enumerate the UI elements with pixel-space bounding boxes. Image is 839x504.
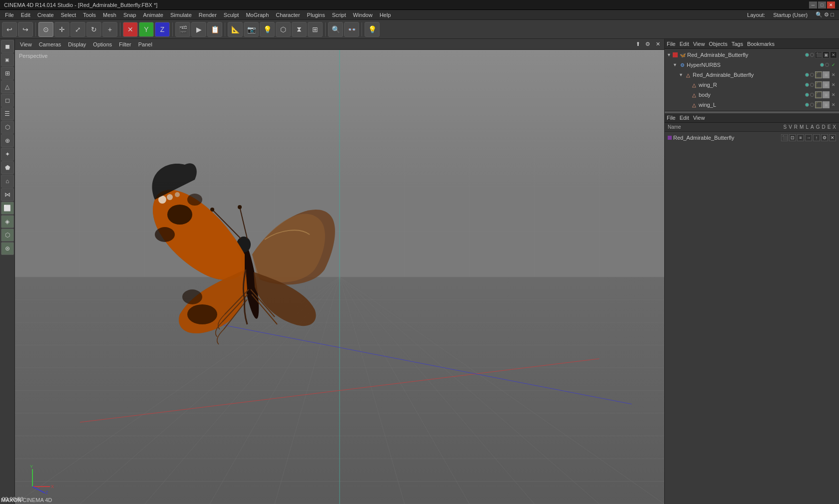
tool-11[interactable]: ⌂ bbox=[1, 175, 14, 188]
tool-7[interactable]: ⬡ bbox=[1, 121, 14, 134]
obj-wing-r-x[interactable]: ✕ bbox=[830, 81, 837, 88]
obj-dot-vis6[interactable] bbox=[805, 103, 809, 107]
obj-row-hypernurbs[interactable]: ▼ ⚙ HyperNURBS ✓ bbox=[665, 60, 839, 70]
obj-edit[interactable]: Edit bbox=[680, 41, 689, 47]
obj-tex-icon2[interactable]: ▣ bbox=[823, 71, 830, 78]
tool-12[interactable]: ⋈ bbox=[1, 188, 14, 201]
tool-10[interactable]: ⬟ bbox=[1, 161, 14, 174]
menu-tools[interactable]: Tools bbox=[80, 11, 99, 19]
menu-plugins[interactable]: Plugins bbox=[304, 11, 328, 19]
material-button[interactable]: ⬡ bbox=[276, 22, 291, 37]
menu-character[interactable]: Character bbox=[273, 11, 303, 19]
undo-button[interactable]: ↩ bbox=[2, 22, 17, 37]
obj-row-root[interactable]: ▼ 🦋 Red_Admirable_Butterfly ⬛ ▣ ✕ bbox=[665, 50, 839, 60]
vp-panel-menu[interactable]: Panel bbox=[135, 41, 155, 48]
menu-help[interactable]: Help bbox=[377, 11, 394, 19]
menu-window[interactable]: Window bbox=[350, 11, 376, 19]
obj-dot-vis4[interactable] bbox=[805, 83, 809, 87]
attr-ctrl-2[interactable]: ⊡ bbox=[789, 134, 796, 141]
tool-6[interactable]: ☰ bbox=[1, 107, 14, 120]
obj-dot-22[interactable] bbox=[825, 63, 829, 67]
live-select-button[interactable]: ⊙ bbox=[38, 22, 53, 37]
tool-9[interactable]: ✦ bbox=[1, 148, 14, 161]
menu-snap[interactable]: Snap bbox=[120, 11, 139, 19]
add-button[interactable]: + bbox=[102, 22, 117, 37]
obj-dot-42[interactable] bbox=[810, 83, 814, 87]
light-button[interactable]: 💡 bbox=[260, 22, 275, 37]
vp-config-icon[interactable]: ⚙ bbox=[643, 40, 652, 49]
obj-body-tex1[interactable]: ⬛ bbox=[815, 91, 822, 98]
menu-file[interactable]: File bbox=[2, 11, 17, 19]
maximize-button[interactable]: □ bbox=[818, 1, 826, 8]
obj-wing-l-tex1[interactable]: ⬛ bbox=[815, 101, 822, 108]
z-axis-button[interactable]: Z bbox=[155, 22, 170, 37]
obj-tags[interactable]: Tags bbox=[732, 41, 743, 47]
obj-dot-vis2[interactable] bbox=[820, 63, 824, 67]
obj-wing-r-tex1[interactable]: ⬛ bbox=[815, 81, 822, 88]
tool-15[interactable]: ⬡ bbox=[1, 229, 14, 242]
minimize-button[interactable]: ─ bbox=[809, 1, 817, 8]
array-button[interactable]: ⊞ bbox=[308, 22, 323, 37]
tool-8[interactable]: ⊕ bbox=[1, 134, 14, 147]
menu-create[interactable]: Create bbox=[34, 11, 57, 19]
obj-body-x[interactable]: ✕ bbox=[830, 91, 837, 98]
deformer-button[interactable]: ⧗ bbox=[292, 22, 307, 37]
obj-dot-vis5[interactable] bbox=[805, 93, 809, 97]
obj-dot-vis3[interactable] bbox=[805, 73, 809, 77]
obj-bookmarks[interactable]: Bookmarks bbox=[747, 41, 775, 47]
render-button[interactable]: ▶ bbox=[191, 22, 206, 37]
vp-close-icon[interactable]: ✕ bbox=[653, 40, 662, 49]
menu-select[interactable]: Select bbox=[58, 11, 79, 19]
tool-5[interactable]: ◻ bbox=[1, 94, 14, 107]
render-queue-button[interactable]: 📋 bbox=[207, 22, 222, 37]
display-button[interactable]: 🔍 bbox=[328, 22, 343, 37]
menu-simulate[interactable]: Simulate bbox=[167, 11, 195, 19]
tool-14[interactable]: ◈ bbox=[1, 215, 14, 228]
rotate-button[interactable]: ↻ bbox=[86, 22, 101, 37]
attr-ctrl-3[interactable]: ≡ bbox=[797, 134, 804, 141]
attr-ctrl-x[interactable]: ✕ bbox=[829, 134, 836, 141]
move-button[interactable]: ✛ bbox=[54, 22, 69, 37]
obj-row-butterfly-child[interactable]: ▼ △ Red_Admirable_Butterfly ⬛ ▣ ✕ bbox=[665, 70, 839, 80]
obj-tex-icon3[interactable]: ✕ bbox=[830, 71, 837, 78]
menu-animate[interactable]: Animate bbox=[140, 11, 166, 19]
menu-script[interactable]: Script bbox=[329, 11, 349, 19]
attr-ctrl-4[interactable]: → bbox=[805, 134, 812, 141]
attr-ctrl-6[interactable]: ⚙ bbox=[821, 134, 828, 141]
obj-dot-2[interactable] bbox=[810, 53, 814, 57]
scale-button[interactable]: ⤢ bbox=[70, 22, 85, 37]
y-axis-button[interactable]: Y bbox=[139, 22, 154, 37]
obj-file[interactable]: File bbox=[667, 41, 676, 47]
x-axis-button[interactable]: ✕ bbox=[123, 22, 138, 37]
attr-file[interactable]: File bbox=[667, 115, 676, 121]
obj-action-1[interactable]: ⬛ bbox=[815, 51, 822, 58]
glasses-button[interactable]: 👓 bbox=[344, 22, 359, 37]
camera-button[interactable]: 📷 bbox=[244, 22, 259, 37]
3d-viewport[interactable]: Perspective X Y Z bbox=[15, 50, 664, 504]
vp-maximize-icon[interactable]: ⬆ bbox=[633, 40, 642, 49]
attr-row-butterfly[interactable]: Red_Admirable_Butterfly ⬛ ⊡ ≡ → ↑ ⚙ ✕ bbox=[666, 133, 838, 143]
menu-render[interactable]: Render bbox=[196, 11, 220, 19]
attr-ctrl-1[interactable]: ⬛ bbox=[781, 134, 788, 141]
obj-row-wing-l[interactable]: △ wing_L ⬛ ▣ ✕ bbox=[665, 100, 839, 110]
redo-button[interactable]: ↪ bbox=[18, 22, 33, 37]
obj-check-icon[interactable]: ✓ bbox=[830, 61, 837, 68]
obj-dot-52[interactable] bbox=[810, 93, 814, 97]
menu-edit[interactable]: Edit bbox=[18, 11, 33, 19]
obj-row-body[interactable]: △ body ⬛ ▣ ✕ bbox=[665, 90, 839, 100]
tool-2[interactable]: ▣ bbox=[1, 53, 14, 66]
obj-wing-l-tex2[interactable]: ▣ bbox=[823, 101, 830, 108]
attr-ctrl-5[interactable]: ↑ bbox=[813, 134, 820, 141]
obj-objects[interactable]: Objects bbox=[709, 41, 727, 47]
obj-wing-r-tex2[interactable]: ▣ bbox=[823, 81, 830, 88]
render-view-button[interactable]: 🎬 bbox=[175, 22, 190, 37]
tool-model[interactable]: ◼ bbox=[1, 40, 14, 53]
tool-3[interactable]: ⊞ bbox=[1, 67, 14, 80]
layout-value[interactable]: Startup (User) bbox=[770, 11, 811, 19]
tool-16[interactable]: ⊛ bbox=[1, 242, 14, 255]
obj-body-tex2[interactable]: ▣ bbox=[823, 91, 830, 98]
attr-edit[interactable]: Edit bbox=[680, 115, 689, 121]
obj-dot-62[interactable] bbox=[810, 103, 814, 107]
attr-view[interactable]: View bbox=[693, 115, 705, 121]
obj-dot-32[interactable] bbox=[810, 73, 814, 77]
